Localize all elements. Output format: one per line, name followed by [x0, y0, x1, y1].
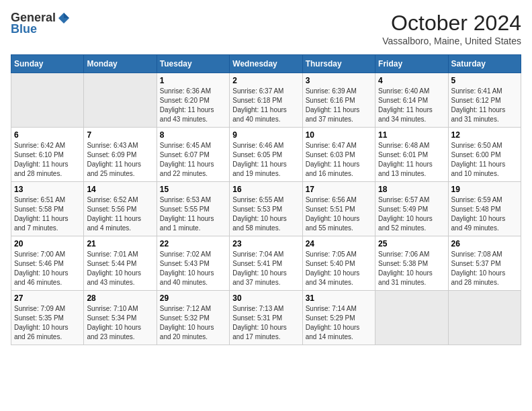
day-number: 14: [87, 185, 153, 194]
day-number: 17: [306, 185, 372, 194]
day-number: 29: [160, 293, 226, 303]
day-number: 12: [451, 130, 518, 140]
day-info: Sunrise: 6:56 AMSunset: 5:51 PMDaylight:…: [306, 195, 372, 233]
calendar-cell: 2Sunrise: 6:37 AMSunset: 6:18 PMDaylight…: [230, 73, 302, 128]
calendar-cell: 23Sunrise: 7:04 AMSunset: 5:41 PMDayligh…: [230, 236, 302, 291]
day-info: Sunrise: 7:00 AMSunset: 5:46 PMDaylight:…: [14, 250, 81, 287]
svg-marker-1: [64, 13, 69, 18]
calendar-cell: [375, 291, 448, 345]
logo-icon: [57, 11, 71, 25]
day-info: Sunrise: 6:43 AMSunset: 6:09 PMDaylight:…: [87, 141, 153, 179]
calendar-cell: 22Sunrise: 7:02 AMSunset: 5:43 PMDayligh…: [157, 236, 229, 291]
day-number: 28: [87, 293, 153, 303]
day-info: Sunrise: 6:45 AMSunset: 6:07 PMDaylight:…: [160, 141, 226, 179]
calendar-cell: 14Sunrise: 6:52 AMSunset: 5:56 PMDayligh…: [84, 182, 157, 236]
day-info: Sunrise: 6:50 AMSunset: 6:00 PMDaylight:…: [451, 141, 518, 179]
day-number: 15: [160, 185, 226, 194]
title-area: October 2024 Vassalboro, Maine, United S…: [382, 11, 521, 46]
calendar-cell: 8Sunrise: 6:45 AMSunset: 6:07 PMDaylight…: [157, 128, 229, 182]
day-number: 18: [378, 185, 445, 194]
day-info: Sunrise: 7:02 AMSunset: 5:43 PMDaylight:…: [160, 250, 226, 287]
calendar-cell: 16Sunrise: 6:55 AMSunset: 5:53 PMDayligh…: [230, 182, 302, 236]
main-title: October 2024: [382, 11, 521, 36]
day-number: 30: [232, 293, 299, 303]
calendar-cell: 15Sunrise: 6:53 AMSunset: 5:55 PMDayligh…: [157, 182, 229, 236]
day-info: Sunrise: 7:04 AMSunset: 5:41 PMDaylight:…: [232, 250, 299, 287]
calendar-header-row: SundayMondayTuesdayWednesdayThursdayFrid…: [11, 55, 521, 73]
day-number: 3: [306, 76, 372, 85]
day-number: 5: [451, 76, 518, 85]
day-number: 10: [306, 130, 372, 140]
calendar-cell: 24Sunrise: 7:05 AMSunset: 5:40 PMDayligh…: [302, 236, 375, 291]
day-number: 21: [87, 239, 153, 248]
day-number: 16: [232, 185, 299, 194]
header-day-friday: Friday: [375, 55, 448, 73]
day-number: 19: [451, 185, 518, 194]
calendar-cell: 9Sunrise: 6:46 AMSunset: 6:05 PMDaylight…: [230, 128, 302, 182]
day-info: Sunrise: 7:12 AMSunset: 5:32 PMDaylight:…: [160, 304, 226, 342]
day-info: Sunrise: 6:39 AMSunset: 6:16 PMDaylight:…: [306, 87, 372, 124]
calendar-cell: 13Sunrise: 6:51 AMSunset: 5:58 PMDayligh…: [11, 182, 84, 236]
day-number: 9: [232, 130, 299, 140]
day-info: Sunrise: 6:53 AMSunset: 5:55 PMDaylight:…: [160, 195, 226, 233]
calendar-cell: 19Sunrise: 6:59 AMSunset: 5:48 PMDayligh…: [448, 182, 521, 236]
calendar-week-row: 1Sunrise: 6:36 AMSunset: 6:20 PMDaylight…: [11, 73, 521, 128]
day-info: Sunrise: 6:48 AMSunset: 6:01 PMDaylight:…: [378, 141, 445, 179]
day-info: Sunrise: 7:14 AMSunset: 5:29 PMDaylight:…: [306, 304, 372, 342]
calendar-cell: 30Sunrise: 7:13 AMSunset: 5:31 PMDayligh…: [230, 291, 302, 345]
calendar-cell: 4Sunrise: 6:40 AMSunset: 6:14 PMDaylight…: [375, 73, 448, 128]
calendar-cell: [448, 291, 521, 345]
calendar-cell: 3Sunrise: 6:39 AMSunset: 6:16 PMDaylight…: [302, 73, 375, 128]
calendar-cell: 17Sunrise: 6:56 AMSunset: 5:51 PMDayligh…: [302, 182, 375, 236]
day-info: Sunrise: 6:42 AMSunset: 6:10 PMDaylight:…: [14, 141, 81, 179]
calendar-cell: 20Sunrise: 7:00 AMSunset: 5:46 PMDayligh…: [11, 236, 84, 291]
day-info: Sunrise: 6:37 AMSunset: 6:18 PMDaylight:…: [232, 87, 299, 124]
calendar-cell: 29Sunrise: 7:12 AMSunset: 5:32 PMDayligh…: [157, 291, 229, 345]
day-info: Sunrise: 6:59 AMSunset: 5:48 PMDaylight:…: [451, 195, 518, 233]
calendar-cell: 18Sunrise: 6:57 AMSunset: 5:49 PMDayligh…: [375, 182, 448, 236]
calendar-table: SundayMondayTuesdayWednesdayThursdayFrid…: [11, 54, 521, 345]
calendar-cell: 28Sunrise: 7:10 AMSunset: 5:34 PMDayligh…: [84, 291, 157, 345]
day-number: 1: [160, 76, 226, 85]
day-number: 13: [14, 185, 81, 194]
subtitle: Vassalboro, Maine, United States: [382, 36, 521, 46]
header-day-saturday: Saturday: [448, 55, 521, 73]
day-info: Sunrise: 6:57 AMSunset: 5:49 PMDaylight:…: [378, 195, 445, 233]
header-day-tuesday: Tuesday: [157, 55, 229, 73]
calendar-cell: [84, 73, 157, 128]
day-info: Sunrise: 7:01 AMSunset: 5:44 PMDaylight:…: [87, 250, 153, 287]
day-info: Sunrise: 7:05 AMSunset: 5:40 PMDaylight:…: [306, 250, 372, 287]
calendar-cell: 12Sunrise: 6:50 AMSunset: 6:00 PMDayligh…: [448, 128, 521, 182]
day-number: 27: [14, 293, 81, 303]
day-info: Sunrise: 6:52 AMSunset: 5:56 PMDaylight:…: [87, 195, 153, 233]
day-number: 25: [378, 239, 445, 248]
calendar-cell: 10Sunrise: 6:47 AMSunset: 6:03 PMDayligh…: [302, 128, 375, 182]
header-day-thursday: Thursday: [302, 55, 375, 73]
header: General Blue October 2024 Vassalboro, Ma…: [11, 11, 521, 46]
day-number: 11: [378, 130, 445, 140]
day-number: 6: [14, 130, 81, 140]
day-number: 7: [87, 130, 153, 140]
day-info: Sunrise: 7:13 AMSunset: 5:31 PMDaylight:…: [232, 304, 299, 342]
header-day-monday: Monday: [84, 55, 157, 73]
calendar-cell: 26Sunrise: 7:08 AMSunset: 5:37 PMDayligh…: [448, 236, 521, 291]
calendar-cell: 5Sunrise: 6:41 AMSunset: 6:12 PMDaylight…: [448, 73, 521, 128]
day-info: Sunrise: 6:46 AMSunset: 6:05 PMDaylight:…: [232, 141, 299, 179]
calendar-week-row: 20Sunrise: 7:00 AMSunset: 5:46 PMDayligh…: [11, 236, 521, 291]
day-number: 8: [160, 130, 226, 140]
day-number: 4: [378, 76, 445, 85]
day-number: 22: [160, 239, 226, 248]
calendar-week-row: 27Sunrise: 7:09 AMSunset: 5:35 PMDayligh…: [11, 291, 521, 345]
header-day-sunday: Sunday: [11, 55, 84, 73]
logo-blue: Blue: [11, 22, 37, 36]
calendar-cell: 1Sunrise: 6:36 AMSunset: 6:20 PMDaylight…: [157, 73, 229, 128]
calendar-cell: 31Sunrise: 7:14 AMSunset: 5:29 PMDayligh…: [302, 291, 375, 345]
day-info: Sunrise: 6:41 AMSunset: 6:12 PMDaylight:…: [451, 87, 518, 124]
day-number: 24: [306, 239, 372, 248]
day-number: 20: [14, 239, 81, 248]
calendar-cell: 21Sunrise: 7:01 AMSunset: 5:44 PMDayligh…: [84, 236, 157, 291]
calendar-cell: [11, 73, 84, 128]
day-info: Sunrise: 6:40 AMSunset: 6:14 PMDaylight:…: [378, 87, 445, 124]
day-info: Sunrise: 7:08 AMSunset: 5:37 PMDaylight:…: [451, 250, 518, 287]
day-info: Sunrise: 6:51 AMSunset: 5:58 PMDaylight:…: [14, 195, 81, 233]
